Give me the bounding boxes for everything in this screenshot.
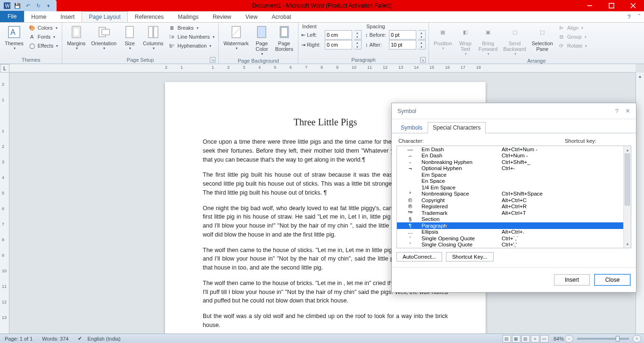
minimize-button[interactable]	[579, 0, 601, 11]
tab-special-characters[interactable]: Special Characters	[428, 122, 486, 133]
indent-right-input[interactable]: ⇥Right:▴▾	[301, 40, 362, 49]
horizontal-ruler[interactable]: 21123456789101112131415161718	[9, 64, 636, 73]
spacing-after-input[interactable]: ↕After:▴▾	[365, 40, 426, 49]
rotate-button: ⟳Rotate▾	[557, 41, 588, 50]
list-item[interactable]: ¶Paragraph	[397, 222, 623, 229]
breaks-button[interactable]: ≣Breaks▾	[167, 24, 215, 32]
theme-effects-button[interactable]: ◯Effects▾	[27, 41, 59, 50]
ribbon-minimize-icon[interactable]: ˆ	[638, 13, 640, 20]
view-print-layout-icon[interactable]: ▤	[503, 335, 511, 343]
list-item[interactable]: ‘Single Opening QuoteCtrl+`,`	[397, 235, 623, 242]
scroll-thumb[interactable]	[625, 154, 630, 205]
tab-view[interactable]: View	[239, 11, 265, 22]
list-item[interactable]: ’Single Closing QuoteCtrl+','	[397, 242, 623, 248]
view-full-screen-icon[interactable]: ▦	[512, 335, 520, 343]
watermark-icon	[229, 24, 244, 40]
special-characters-list[interactable]: —Em DashAlt+Ctrl+Num -–En DashCtrl+Num -…	[396, 146, 631, 248]
page-setup-launcher[interactable]: ↘	[210, 57, 215, 63]
tab-file[interactable]: File	[0, 11, 24, 22]
list-item[interactable]: –En DashCtrl+Num -	[397, 153, 623, 159]
zoom-in-button[interactable]: +	[633, 335, 641, 343]
autocorrect-button[interactable]: AutoCorrect...	[396, 252, 442, 261]
tab-references[interactable]: References	[128, 11, 171, 22]
line-numbers-button[interactable]: ⁝≡Line Numbers▾	[167, 33, 215, 41]
margins-icon	[69, 24, 84, 40]
list-item[interactable]: °Nonbreaking SpaceCtrl+Shift+Space	[397, 191, 623, 197]
spacing-before-input[interactable]: ↕Before:▴▾	[365, 30, 426, 40]
svg-rect-13	[149, 26, 153, 38]
svg-rect-17	[257, 26, 266, 38]
tab-review[interactable]: Review	[206, 11, 238, 22]
status-words[interactable]: Words: 374	[40, 336, 70, 342]
breaks-icon: ≣	[168, 24, 176, 32]
zoom-level[interactable]: 84%	[553, 336, 564, 342]
view-outline-icon[interactable]: ≡	[531, 335, 539, 343]
maximize-button[interactable]	[601, 0, 622, 11]
tab-page-layout[interactable]: Page Layout	[82, 11, 127, 22]
list-item[interactable]: ®RegisteredAlt+Ctrl+R	[397, 204, 623, 210]
status-page[interactable]: Page: 1 of 1	[3, 336, 34, 342]
zoom-out-button[interactable]: −	[565, 335, 573, 343]
rotate-icon: ⟳	[558, 42, 565, 49]
indent-left-input[interactable]: ⇤Left:▴▾	[301, 30, 362, 40]
group-label-arrange: Arrange	[432, 57, 641, 65]
dialog-titlebar[interactable]: Symbol ? ✕	[392, 103, 636, 119]
help-icon[interactable]: ?	[627, 13, 631, 20]
svg-rect-18	[280, 26, 289, 38]
vertical-ruler[interactable]: 2112345678910111213	[0, 73, 9, 334]
scroll-down-icon[interactable]: ▾	[624, 240, 631, 248]
columns-button[interactable]: Columns▾	[141, 24, 165, 51]
view-draft-icon[interactable]: ▭	[540, 335, 549, 343]
tab-acrobat[interactable]: Acrobat	[264, 11, 298, 22]
theme-fonts-button[interactable]: AFonts▾	[27, 33, 59, 41]
page-borders-button[interactable]: Page Borders	[273, 24, 295, 53]
selection-pane-button[interactable]: ⬚Selection Pane	[530, 24, 555, 53]
themes-button[interactable]: A Themes▾	[3, 24, 25, 51]
theme-colors-button[interactable]: 🎨Colors▾	[27, 24, 59, 32]
list-item[interactable]: ©CopyrightAlt+Ctrl+C	[397, 197, 623, 204]
dialog-close-icon[interactable]: ✕	[625, 107, 630, 114]
tab-symbols[interactable]: Symbols	[396, 122, 428, 133]
tab-selector[interactable]: L	[0, 64, 9, 73]
tab-home[interactable]: Home	[24, 11, 53, 22]
ribbon-tabs: File HomeInsertPage LayoutReferencesMail…	[0, 11, 644, 23]
insert-button[interactable]: Insert	[554, 274, 590, 286]
list-item[interactable]: §Section	[397, 216, 623, 223]
shortcut-key-button[interactable]: Shortcut Key...	[446, 252, 494, 261]
vertical-scrollbar[interactable]: ▴	[636, 73, 644, 334]
scroll-up-icon[interactable]: ▴	[636, 73, 644, 79]
tab-mailings[interactable]: Mailings	[171, 11, 206, 22]
themes-icon: A	[7, 24, 22, 40]
margins-button[interactable]: Margins▾	[65, 24, 87, 51]
list-scrollbar[interactable]: ▴ ▾	[623, 146, 631, 248]
dialog-help-icon[interactable]: ?	[615, 107, 619, 114]
zoom-slider[interactable]	[577, 338, 629, 340]
page-color-button[interactable]: Page Color▾	[252, 24, 271, 57]
tab-insert[interactable]: Insert	[53, 11, 82, 22]
page-color-icon	[254, 24, 269, 40]
list-item[interactable]: —Em DashAlt+Ctrl+Num -	[397, 146, 623, 153]
group-button: ⧉Group▾	[557, 33, 588, 41]
list-item[interactable]: ™TrademarkAlt+Ctrl+T	[397, 210, 623, 216]
proofing-icon: ✔	[78, 335, 82, 342]
spacing-after-icon: ↕	[365, 42, 368, 48]
list-item[interactable]: 1/4 Em Space	[397, 184, 623, 191]
list-item[interactable]: …EllipsisAlt+Ctrl+.	[397, 229, 623, 236]
position-button: ▦Position▾	[432, 24, 454, 51]
list-item[interactable]: -Nonbreaking HyphenCtrl+Shift+_	[397, 159, 623, 165]
bring-forward-button: ▣Bring Forward▾	[477, 24, 499, 57]
hyphenation-button[interactable]: bᶜHyphenation▾	[167, 41, 215, 50]
size-icon	[122, 24, 137, 40]
status-language[interactable]: ✔ English (India)	[76, 335, 122, 342]
list-item[interactable]: En Space	[397, 178, 623, 185]
list-item[interactable]: ¬Optional HyphenCtrl+-	[397, 165, 623, 172]
close-button[interactable]: Close	[594, 274, 630, 286]
scroll-up-icon[interactable]: ▴	[624, 146, 631, 154]
watermark-button[interactable]: Watermark▾	[222, 24, 250, 51]
view-web-icon[interactable]: ▥	[521, 335, 530, 343]
list-item[interactable]: Em Space	[397, 172, 623, 178]
orientation-button[interactable]: Orientation▾	[89, 24, 118, 51]
paragraph-launcher[interactable]: ↘	[420, 57, 426, 63]
size-button[interactable]: Size▾	[120, 24, 139, 51]
close-button[interactable]	[622, 0, 644, 11]
